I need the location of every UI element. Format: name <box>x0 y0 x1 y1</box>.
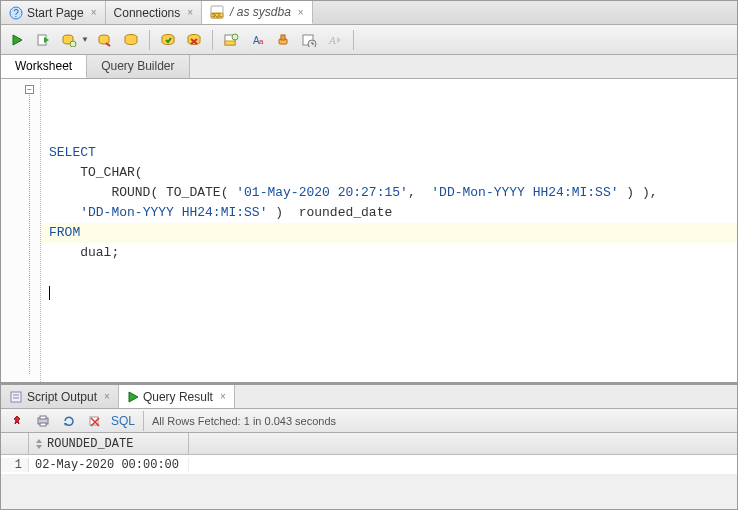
pin-icon[interactable] <box>7 411 27 431</box>
tab-label: Query Result <box>143 390 213 404</box>
table-row[interactable]: 1 02-May-2020 00:00:00 <box>1 455 737 475</box>
sql-history-icon[interactable] <box>299 30 319 50</box>
sql-label[interactable]: SQL <box>111 414 135 428</box>
sort-icon[interactable] <box>35 438 43 450</box>
sql-file-icon: SQL <box>210 5 226 19</box>
sql-editor[interactable]: − SELECT TO_CHAR( ROUND( TO_DATE( '01-Ma… <box>1 79 737 385</box>
svg-marker-33 <box>36 439 42 443</box>
svg-point-16 <box>232 34 238 40</box>
print-icon[interactable] <box>33 411 53 431</box>
script-output-icon <box>9 390 23 404</box>
separator <box>353 30 354 50</box>
tab-worksheet[interactable]: Worksheet <box>1 55 87 78</box>
text-caret <box>49 286 50 300</box>
svg-marker-27 <box>129 392 138 402</box>
svg-rect-24 <box>11 392 21 402</box>
fold-toggle-icon[interactable]: − <box>25 85 34 94</box>
results-grid[interactable]: ROUNDED_DATE 1 02-May-2020 00:00:00 <box>1 433 737 475</box>
dropdown-arrow-icon[interactable]: ▼ <box>81 35 89 44</box>
fold-guide <box>29 95 30 374</box>
output-toolbar: SQL All Rows Fetched: 1 in 0.043 seconds <box>1 409 737 433</box>
column-label: ROUNDED_DATE <box>47 437 133 451</box>
svg-marker-34 <box>36 445 42 449</box>
autotrace-icon[interactable] <box>95 30 115 50</box>
sql-tuning-icon[interactable] <box>121 30 141 50</box>
tab-start-page[interactable]: ? Start Page × <box>1 1 106 24</box>
tab-session[interactable]: SQL / as sysdba × <box>202 1 313 24</box>
tab-connections[interactable]: Connections × <box>106 1 203 24</box>
refresh-icon[interactable] <box>59 411 79 431</box>
fetch-status: All Rows Fetched: 1 in 0.043 seconds <box>152 415 336 427</box>
svg-text:?: ? <box>13 8 19 19</box>
tab-query-builder[interactable]: Query Builder <box>87 55 189 78</box>
tab-label: Connections <box>114 6 181 20</box>
clear-icon[interactable] <box>273 30 293 50</box>
worksheet-tab-bar: Worksheet Query Builder <box>1 55 737 79</box>
commit-icon[interactable] <box>158 30 178 50</box>
grid-header-row: ROUNDED_DATE <box>1 433 737 455</box>
tab-label: Script Output <box>27 390 97 404</box>
svg-text:A: A <box>328 34 336 46</box>
tab-label: Start Page <box>27 6 84 20</box>
separator <box>149 30 150 50</box>
svg-point-9 <box>70 41 76 47</box>
rownum-header <box>1 433 29 454</box>
editor-gutter: − <box>1 79 41 382</box>
run-icon[interactable] <box>7 30 27 50</box>
svg-rect-15 <box>225 41 235 45</box>
run-icon <box>127 391 139 403</box>
separator <box>212 30 213 50</box>
row-number: 1 <box>1 458 29 472</box>
output-tab-bar: Script Output × Query Result × <box>1 385 737 409</box>
close-icon[interactable]: × <box>104 391 110 402</box>
svg-text:SQL: SQL <box>212 12 222 18</box>
unshared-worksheet-icon[interactable] <box>221 30 241 50</box>
to-uppercase-icon[interactable]: Aa <box>247 30 267 50</box>
file-tab-bar: ? Start Page × Connections × SQL / as sy… <box>1 1 737 25</box>
format-icon[interactable]: A <box>325 30 345 50</box>
close-icon[interactable]: × <box>91 7 97 18</box>
code-area[interactable]: SELECT TO_CHAR( ROUND( TO_DATE( '01-May-… <box>41 79 737 382</box>
code-content: SELECT TO_CHAR( ROUND( TO_DATE( '01-May-… <box>49 143 729 303</box>
help-icon: ? <box>9 6 23 20</box>
svg-rect-29 <box>40 416 46 419</box>
rollback-icon[interactable] <box>184 30 204 50</box>
cell-rounded-date[interactable]: 02-May-2020 00:00:00 <box>29 458 189 472</box>
svg-rect-30 <box>40 423 46 426</box>
column-header[interactable]: ROUNDED_DATE <box>29 433 189 454</box>
tab-label: / as sysdba <box>230 5 291 19</box>
main-toolbar: ▼ Aa A <box>1 25 737 55</box>
svg-text:a: a <box>259 37 264 46</box>
close-icon[interactable]: × <box>187 7 193 18</box>
separator <box>143 411 144 431</box>
delete-icon[interactable] <box>85 411 105 431</box>
run-script-icon[interactable] <box>33 30 53 50</box>
tab-query-result[interactable]: Query Result × <box>119 385 235 408</box>
svg-marker-5 <box>13 35 22 45</box>
tab-script-output[interactable]: Script Output × <box>1 385 119 408</box>
close-icon[interactable]: × <box>220 391 226 402</box>
svg-rect-20 <box>281 35 285 40</box>
explain-plan-icon[interactable] <box>59 30 79 50</box>
close-icon[interactable]: × <box>298 7 304 18</box>
